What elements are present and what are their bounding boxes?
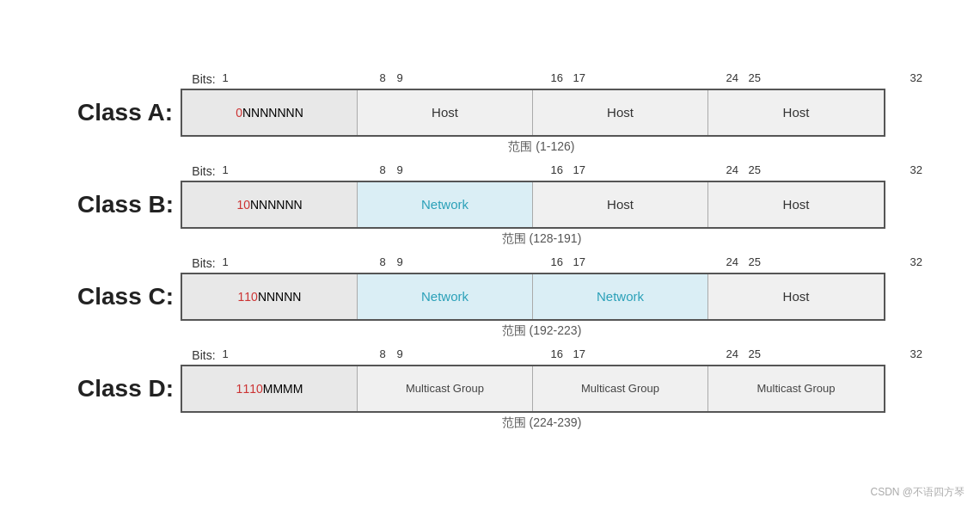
bit-8c: 8 — [380, 255, 386, 268]
class-c-range: 范围 (192-223) — [181, 323, 903, 339]
class-b-network1: Network — [358, 182, 533, 227]
class-d-range: 范围 (224-239) — [181, 415, 903, 431]
class-d-label: Class D: — [77, 375, 181, 402]
bit-1d: 1 — [223, 347, 229, 360]
bit-17b: 17 — [573, 163, 585, 176]
class-b-host2: Host — [708, 182, 884, 227]
bit-25b: 25 — [749, 163, 761, 176]
ip-classes-diagram: Bits: 1 8 9 16 17 24 25 32 Class A: 0NNN… — [60, 63, 920, 448]
class-c-segments: 110NNNNN Network Network Host — [181, 273, 885, 321]
class-b-bits-label: Bits: — [181, 164, 223, 178]
class-b-bits-row: Bits: 1 8 9 16 17 24 25 32 — [181, 163, 903, 179]
class-a-range: 范围 (1-126) — [181, 139, 903, 155]
bit-9b: 9 — [397, 163, 403, 176]
class-d-bit-numbers: 1 8 9 16 17 24 25 32 — [223, 347, 903, 363]
class-d-prefix-black: MMMM — [263, 382, 303, 396]
class-b-group: Bits: 1 8 9 16 17 24 25 32 Class B: 10NN… — [77, 163, 903, 247]
bit-25c: 25 — [749, 255, 761, 268]
class-b-prefix-red: 10 — [236, 198, 250, 212]
class-a-bit-numbers: 1 8 9 16 17 24 25 32 — [223, 71, 903, 87]
bit-32d: 32 — [910, 347, 922, 360]
class-d-row: Class D: 1110MMMM Multicast Group Multic… — [77, 365, 903, 413]
bit-17: 17 — [573, 71, 585, 84]
class-c-network2: Network — [533, 274, 708, 319]
class-c-host1: Host — [708, 274, 884, 319]
bit-24: 24 — [726, 71, 738, 84]
class-a-row: Class A: 0NNNNNNN Host Host Host — [77, 89, 903, 137]
class-a-bits-row: Bits: 1 8 9 16 17 24 25 32 — [181, 71, 903, 87]
class-d-group: Bits: 1 8 9 16 17 24 25 32 Class D: 1110… — [77, 347, 903, 431]
bit-8b: 8 — [380, 163, 386, 176]
class-c-row: Class C: 110NNNNN Network Network Host — [77, 273, 903, 321]
class-a-host1: Host — [358, 90, 533, 135]
bit-9d: 9 — [397, 347, 403, 360]
bit-8d: 8 — [380, 347, 386, 360]
class-c-group: Bits: 1 8 9 16 17 24 25 32 Class C: 110N… — [77, 255, 903, 339]
class-c-bits-row: Bits: 1 8 9 16 17 24 25 32 — [181, 255, 903, 271]
bit-9c: 9 — [397, 255, 403, 268]
class-d-bits-row: Bits: 1 8 9 16 17 24 25 32 — [181, 347, 903, 363]
class-b-bit-numbers: 1 8 9 16 17 24 25 32 — [223, 163, 903, 179]
bit-1b: 1 — [223, 163, 229, 176]
bit-25: 25 — [749, 71, 761, 84]
bit-16: 16 — [551, 71, 563, 84]
watermark: CSDN @不语四方琴 — [870, 485, 965, 500]
class-a-label: Class A: — [77, 99, 181, 126]
class-b-host1: Host — [533, 182, 708, 227]
bit-32: 32 — [910, 71, 922, 84]
class-a-segments: 0NNNNNNN Host Host Host — [181, 89, 885, 137]
class-a-prefix-black: NNNNNNN — [242, 106, 303, 120]
class-c-prefix-red: 110 — [238, 290, 258, 304]
bit-17c: 17 — [573, 255, 585, 268]
class-b-seg1: 10NNNNNN — [182, 182, 358, 227]
class-d-multicast3: Multicast Group — [708, 366, 884, 411]
class-d-bits-label: Bits: — [181, 348, 223, 362]
class-d-segments: 1110MMMM Multicast Group Multicast Group… — [181, 365, 885, 413]
bit-32b: 32 — [910, 163, 922, 176]
bit-24d: 24 — [726, 347, 738, 360]
class-a-host2: Host — [533, 90, 708, 135]
class-a-bits-label: Bits: — [181, 72, 223, 86]
class-a-seg1: 0NNNNNNN — [182, 90, 358, 135]
bit-24c: 24 — [726, 255, 738, 268]
class-b-segments: 10NNNNNN Network Host Host — [181, 181, 885, 229]
class-c-bit-numbers: 1 8 9 16 17 24 25 32 — [223, 255, 903, 271]
class-c-prefix-black: NNNNN — [258, 290, 302, 304]
bit-24b: 24 — [726, 163, 738, 176]
bit-25d: 25 — [749, 347, 761, 360]
bit-32c: 32 — [910, 255, 922, 268]
bit-17d: 17 — [573, 347, 585, 360]
class-d-prefix-red: 1110 — [236, 382, 263, 396]
class-c-label: Class C: — [77, 283, 181, 310]
class-d-seg1: 1110MMMM — [182, 366, 358, 411]
class-a-prefix-red: 0 — [236, 106, 242, 120]
class-c-network1: Network — [358, 274, 533, 319]
class-b-prefix-black: NNNNNN — [250, 198, 303, 212]
bit-8: 8 — [380, 71, 386, 84]
class-d-multicast1: Multicast Group — [358, 366, 533, 411]
class-b-row: Class B: 10NNNNNN Network Host Host — [77, 181, 903, 229]
class-b-label: Class B: — [77, 191, 181, 218]
class-c-bits-label: Bits: — [181, 256, 223, 270]
bit-1: 1 — [223, 71, 229, 84]
class-c-seg1: 110NNNNN — [182, 274, 358, 319]
bit-16d: 16 — [551, 347, 563, 360]
class-a-group: Bits: 1 8 9 16 17 24 25 32 Class A: 0NNN… — [77, 71, 903, 155]
class-d-multicast2: Multicast Group — [533, 366, 708, 411]
bit-9: 9 — [397, 71, 403, 84]
class-a-host3: Host — [708, 90, 884, 135]
bit-16c: 16 — [551, 255, 563, 268]
bit-16b: 16 — [551, 163, 563, 176]
bit-1c: 1 — [223, 255, 229, 268]
class-b-range: 范围 (128-191) — [181, 231, 903, 247]
